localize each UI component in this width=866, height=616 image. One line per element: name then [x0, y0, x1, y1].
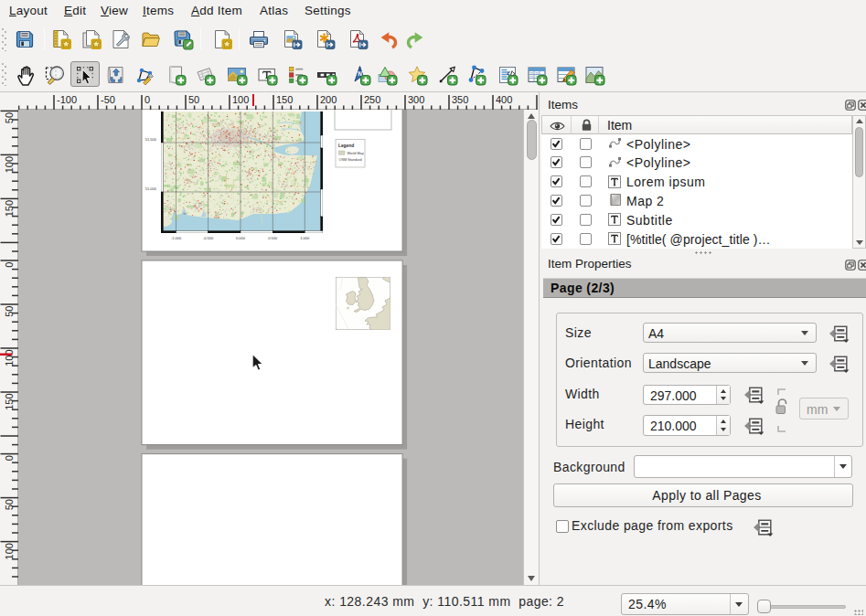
- svg-text:51.000: 51.000: [145, 186, 157, 191]
- svg-text:100: 100: [4, 156, 15, 173]
- svg-text:0.500: 0.500: [268, 236, 278, 240]
- svg-text:200: 200: [320, 94, 337, 105]
- svg-text:-1.000: -1.000: [171, 236, 182, 240]
- svg-text:0: 0: [144, 94, 150, 105]
- svg-text:150: 150: [276, 94, 293, 105]
- svg-text:100: 100: [4, 350, 15, 366]
- svg-text:50: 50: [188, 94, 199, 105]
- svg-text:150: 150: [4, 394, 15, 410]
- svg-text:-0.500: -0.500: [203, 236, 214, 240]
- svg-text:400: 400: [496, 94, 512, 105]
- svg-text:300: 300: [408, 94, 424, 105]
- svg-text:World Map: World Map: [347, 152, 364, 155]
- svg-text:0.000: 0.000: [236, 236, 246, 240]
- svg-text:50: 50: [4, 306, 15, 317]
- svg-text:100: 100: [4, 543, 15, 559]
- svg-text:51.500: 51.500: [145, 137, 157, 142]
- svg-text:-50: -50: [101, 94, 115, 105]
- svg-text:250: 250: [364, 94, 380, 105]
- svg-text:50: 50: [4, 499, 15, 510]
- svg-text:Legend: Legend: [338, 143, 354, 148]
- svg-text:100: 100: [232, 94, 249, 105]
- svg-text:0: 0: [4, 262, 15, 268]
- svg-text:50: 50: [4, 112, 15, 123]
- svg-text:150: 150: [4, 200, 15, 217]
- svg-text:0: 0: [4, 455, 15, 461]
- svg-text:OSM Standard: OSM Standard: [339, 158, 362, 162]
- svg-text:1.000: 1.000: [300, 236, 310, 240]
- svg-text:350: 350: [452, 94, 468, 105]
- svg-text:-100: -100: [57, 94, 77, 105]
